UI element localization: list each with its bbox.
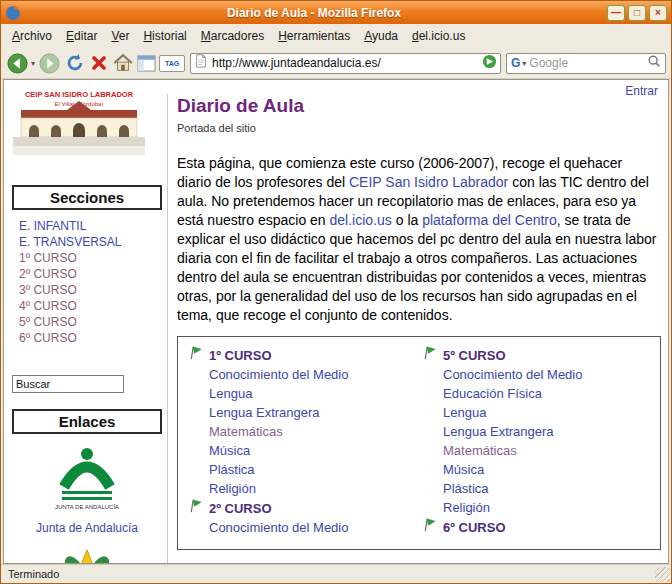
course-links: Conocimiento del Medio bbox=[188, 518, 422, 537]
flag-icon bbox=[188, 498, 203, 518]
junta-logo-caption: JUNTA DE ANDALUCÍA bbox=[55, 504, 119, 510]
course-title-link[interactable]: 1º CURSO bbox=[209, 346, 272, 365]
browser-viewport: CEIP SAN ISIDRO LABRADOR El Villar (Córd… bbox=[3, 79, 669, 564]
course-link[interactable]: Música bbox=[209, 441, 422, 460]
delicious-tag-button[interactable]: TAG bbox=[159, 55, 185, 72]
back-button[interactable] bbox=[6, 52, 29, 75]
page-favicon bbox=[194, 54, 208, 72]
url-bar[interactable]: http://www.juntadeandalucia.es/ bbox=[190, 53, 501, 74]
course-link[interactable]: Lengua bbox=[443, 403, 656, 422]
course-link[interactable]: Conocimiento del Medio bbox=[209, 365, 422, 384]
delicious-link[interactable]: del.icio.us bbox=[330, 212, 392, 228]
plataforma-link[interactable]: plataforma del Centro bbox=[422, 212, 557, 228]
junta-de-andalucia-logo[interactable]: JUNTA DE ANDALUCÍA bbox=[53, 503, 121, 518]
course-link[interactable]: Religión bbox=[209, 479, 422, 498]
course-title-link[interactable]: 6º CURSO bbox=[443, 518, 506, 537]
course-header-6curso: 6º CURSO bbox=[422, 517, 656, 537]
url-text[interactable]: http://www.juntadeandalucia.es/ bbox=[212, 56, 478, 70]
sidebar-item-infantil[interactable]: E. INFANTIL bbox=[19, 218, 162, 234]
courses-column-2: 5º CURSO Conocimiento del Medio Educació… bbox=[422, 345, 656, 537]
course-link[interactable]: Lengua bbox=[209, 384, 422, 403]
courses-column-1: 1º CURSO Conocimiento del Medio Lengua L… bbox=[188, 345, 422, 537]
course-link[interactable]: Conocimiento del Medio bbox=[209, 518, 422, 537]
enlaces-block: Enlaces JUNTA DE ANDALUCÍA bbox=[12, 409, 162, 564]
course-title-link[interactable]: 2º CURSO bbox=[209, 499, 272, 518]
sidebar-item-transversal[interactable]: E. TRANSVERSAL bbox=[19, 234, 162, 250]
forward-button[interactable] bbox=[38, 52, 61, 75]
site-search-input[interactable] bbox=[12, 375, 124, 393]
intro-text-3: o la bbox=[392, 212, 422, 228]
maximize-button[interactable]: □ bbox=[628, 5, 646, 21]
sidebar-item-6curso[interactable]: 6º CURSO bbox=[19, 330, 162, 346]
menu-ayuda[interactable]: Ayuda bbox=[357, 25, 405, 47]
course-link[interactable]: Plástica bbox=[209, 460, 422, 479]
course-title-link[interactable]: 5º CURSO bbox=[443, 346, 506, 365]
enlaces-block-title: Enlaces bbox=[12, 409, 162, 434]
course-link[interactable]: Educación Física bbox=[443, 384, 656, 403]
menu-delicious[interactable]: del.icio.us bbox=[405, 25, 472, 47]
magnifier-icon[interactable] bbox=[647, 54, 661, 72]
courses-box: 1º CURSO Conocimiento del Medio Lengua L… bbox=[177, 336, 661, 550]
course-link[interactable]: Matemáticas bbox=[209, 422, 422, 441]
flag-icon bbox=[188, 345, 203, 365]
breadcrumb: Portada del sitio bbox=[177, 122, 662, 134]
ceip-link[interactable]: CEIP San Isidro Labrador bbox=[349, 174, 508, 190]
course-header-5curso: 5º CURSO bbox=[422, 345, 656, 365]
sidebar-item-2curso[interactable]: 2º CURSO bbox=[19, 266, 162, 282]
resize-grip[interactable] bbox=[655, 567, 670, 582]
intro-text-4: , se trata de explicar el uso didáctico … bbox=[177, 212, 656, 323]
sidebar-panel-icon[interactable] bbox=[137, 55, 156, 72]
secciones-list: E. INFANTIL E. TRANSVERSAL 1º CURSO 2º C… bbox=[12, 210, 162, 346]
menu-editar[interactable]: Editar bbox=[59, 25, 104, 47]
intro-paragraph: Esta página, que comienza este curso (20… bbox=[177, 154, 659, 325]
status-bar: Terminado bbox=[1, 564, 671, 583]
menu-historial[interactable]: Historial bbox=[136, 25, 193, 47]
reload-button[interactable] bbox=[64, 52, 86, 74]
sidebar: Secciones E. INFANTIL E. TRANSVERSAL 1º … bbox=[12, 185, 162, 564]
flag-icon bbox=[422, 345, 437, 365]
course-link[interactable]: Lengua Extrangera bbox=[209, 403, 422, 422]
search-engine-label: Google bbox=[529, 56, 644, 70]
firefox-icon bbox=[5, 5, 21, 21]
search-engine-dropdown-icon[interactable]: ▾ bbox=[522, 59, 526, 68]
google-engine-icon[interactable]: G bbox=[511, 56, 520, 70]
close-button[interactable]: × bbox=[649, 5, 667, 21]
navigation-toolbar: ▾ TAG http://www.juntadeandalucia.es/ bbox=[1, 48, 671, 79]
menu-ver[interactable]: Ver bbox=[104, 25, 136, 47]
averroes-logo[interactable] bbox=[63, 544, 111, 564]
school-logo-title: CEIP SAN ISIDRO LABRADOR bbox=[25, 90, 134, 99]
home-button[interactable] bbox=[112, 52, 134, 74]
course-links: Conocimiento del Medio Educación Física … bbox=[422, 365, 656, 517]
course-link[interactable]: Conocimiento del Medio bbox=[443, 365, 656, 384]
sidebar-item-3curso[interactable]: 3º CURSO bbox=[19, 282, 162, 298]
go-arrow-icon[interactable] bbox=[482, 54, 497, 73]
back-history-dropdown-icon[interactable]: ▾ bbox=[31, 59, 35, 68]
webpage: CEIP SAN ISIDRO LABRADOR El Villar (Córd… bbox=[4, 80, 668, 563]
course-link[interactable]: Matemáticas bbox=[443, 441, 656, 460]
sidebar-item-5curso[interactable]: 5º CURSO bbox=[19, 314, 162, 330]
window-controls: — □ × bbox=[607, 5, 667, 21]
browser-window: Diario de Aula - Mozilla Firefox — □ × A… bbox=[0, 0, 672, 584]
menu-herramientas[interactable]: Herramientas bbox=[271, 25, 357, 47]
secciones-block-title: Secciones bbox=[12, 185, 162, 210]
course-header-2curso: 2º CURSO bbox=[188, 498, 422, 518]
junta-de-andalucia-link[interactable]: Junta de Andalucía bbox=[36, 521, 138, 535]
minimize-button[interactable]: — bbox=[607, 5, 625, 21]
course-link[interactable]: Plástica bbox=[443, 479, 656, 498]
search-block bbox=[12, 375, 162, 393]
course-link[interactable]: Música bbox=[443, 460, 656, 479]
course-link[interactable]: Religión bbox=[443, 498, 656, 517]
page-title: Diario de Aula bbox=[177, 95, 662, 117]
menu-bar: Archivo Editar Ver Historial Marcadores … bbox=[1, 24, 671, 48]
menu-archivo[interactable]: Archivo bbox=[5, 25, 59, 47]
sidebar-item-4curso[interactable]: 4º CURSO bbox=[19, 298, 162, 314]
title-bar: Diario de Aula - Mozilla Firefox — □ × bbox=[1, 1, 671, 24]
course-link[interactable]: Lengua Extrangera bbox=[443, 422, 656, 441]
menu-marcadores[interactable]: Marcadores bbox=[194, 25, 271, 47]
course-header-1curso: 1º CURSO bbox=[188, 345, 422, 365]
main-content: Diario de Aula Portada del sitio Esta pá… bbox=[167, 94, 662, 564]
search-bar[interactable]: G ▾ Google bbox=[506, 53, 666, 74]
sidebar-item-1curso[interactable]: 1º CURSO bbox=[19, 250, 162, 266]
stop-button[interactable] bbox=[89, 53, 109, 73]
window-title: Diario de Aula - Mozilla Firefox bbox=[25, 6, 603, 20]
